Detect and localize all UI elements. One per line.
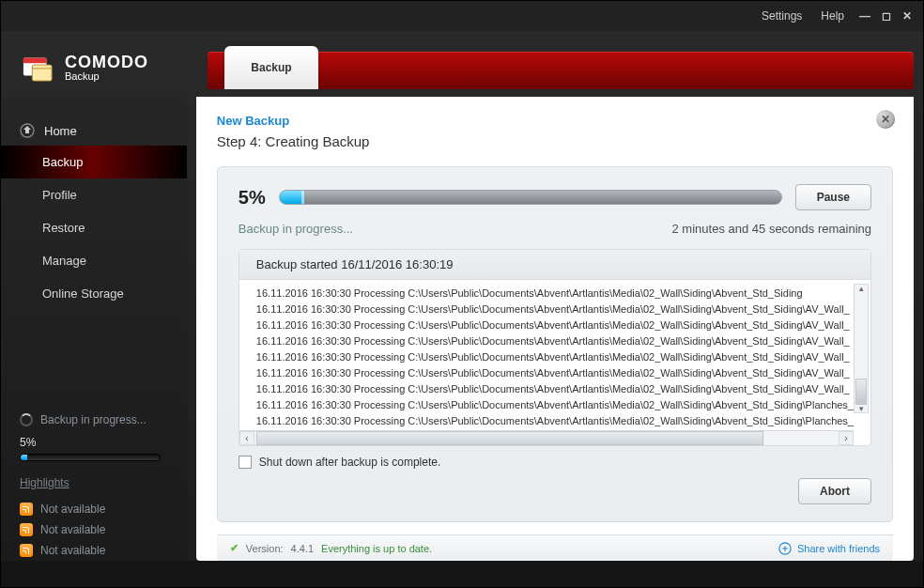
- nav-backup[interactable]: Backup: [1, 146, 187, 178]
- scroll-up-icon[interactable]: ▴: [855, 285, 868, 292]
- home-icon: [20, 123, 35, 138]
- highlight-item[interactable]: Not available: [20, 540, 168, 561]
- progress-bar: [279, 190, 782, 205]
- version-label: Version:: [246, 543, 284, 554]
- scroll-left-icon[interactable]: ‹: [239, 431, 254, 445]
- scroll-down-icon[interactable]: ▾: [855, 405, 868, 412]
- log-line: 16.11.2016 16:30:30 Processing C:\Users\…: [256, 413, 854, 429]
- nav-online-storage[interactable]: Online Storage: [1, 277, 187, 310]
- share-icon: [778, 542, 792, 555]
- log-header: Backup started 16/11/2016 16:30:19: [239, 250, 870, 280]
- logo-area: COMODO Backup: [1, 31, 198, 97]
- highlight-item[interactable]: Not available: [20, 519, 168, 540]
- maximize-button[interactable]: ◻: [878, 9, 895, 23]
- log-vertical-scrollbar[interactable]: ▴ ▾: [854, 284, 869, 413]
- progress-percent: 5%: [239, 187, 266, 209]
- tab-backup[interactable]: Backup: [224, 46, 318, 89]
- highlights-heading: Highlights: [1, 476, 187, 489]
- scroll-right-icon[interactable]: ›: [839, 431, 854, 445]
- mini-progress-bar: [20, 454, 161, 461]
- nav-profile[interactable]: Profile: [1, 178, 187, 211]
- nav-home[interactable]: Home: [1, 116, 187, 146]
- highlight-label: Not available: [40, 503, 105, 516]
- update-status: Everything is up to date.: [321, 543, 432, 554]
- page-close-button[interactable]: ✕: [876, 110, 895, 129]
- progress-fill: [280, 191, 305, 204]
- log-line: 16.11.2016 16:30:30 Processing C:\Users\…: [256, 286, 854, 302]
- svg-rect-2: [32, 65, 52, 81]
- body: Home Backup Profile Restore Manage Onlin…: [1, 97, 923, 561]
- progress-panel: 5% Pause Backup in progress... 2 minutes…: [217, 166, 893, 522]
- version-value: 4.4.1: [291, 543, 314, 554]
- shutdown-row: Shut down after backup is complete.: [239, 456, 871, 469]
- share-label: Share with friends: [797, 543, 880, 554]
- mini-progress-label: Backup in progress...: [40, 413, 146, 426]
- highlights-list: Not available Not available Not availabl…: [1, 499, 187, 561]
- highlight-label: Not available: [40, 544, 105, 557]
- scroll-thumb[interactable]: [855, 379, 867, 405]
- sidebar: Home Backup Profile Restore Manage Onlin…: [1, 97, 187, 561]
- shutdown-label: Shut down after backup is complete.: [259, 456, 440, 469]
- main-page: ✕ New Backup Step 4: Creating Backup 5% …: [196, 97, 914, 561]
- highlight-item[interactable]: Not available: [20, 499, 168, 519]
- page-step: Step 4: Creating Backup: [217, 133, 893, 149]
- pause-button[interactable]: Pause: [795, 184, 871, 210]
- abort-button[interactable]: Abort: [798, 478, 871, 504]
- rss-icon: [20, 544, 33, 557]
- header: COMODO Backup Backup: [1, 31, 923, 97]
- log-line: 16.11.2016 16:30:30 Processing C:\Users\…: [256, 365, 854, 381]
- svg-rect-1: [23, 58, 47, 64]
- log-line: 16.11.2016 16:30:30 Processing C:\Users\…: [256, 302, 854, 317]
- rss-icon: [20, 503, 33, 516]
- progress-eta: 2 minutes and 45 seconds remaining: [672, 222, 871, 236]
- tab-area: Backup: [198, 31, 923, 97]
- page-heading: New Backup: [217, 114, 893, 128]
- highlight-label: Not available: [40, 523, 105, 536]
- log-line: 16.11.2016 16:30:30 Processing C:\Users\…: [256, 381, 854, 397]
- logo-text: COMODO Backup: [65, 53, 148, 82]
- brand-name: COMODO: [65, 53, 148, 72]
- nav-restore[interactable]: Restore: [1, 211, 187, 244]
- close-button[interactable]: ✕: [899, 9, 916, 23]
- progress-status: Backup in progress...: [239, 222, 353, 236]
- log-line: 16.11.2016 16:30:30 Processing C:\Users\…: [256, 333, 854, 349]
- title-bar: Settings Help — ◻ ✕: [1, 1, 923, 31]
- nav-manage[interactable]: Manage: [1, 244, 187, 277]
- minimize-button[interactable]: —: [855, 9, 874, 23]
- check-icon: ✔: [230, 542, 239, 554]
- spinner-icon: [20, 413, 33, 426]
- logo-icon: [20, 51, 55, 83]
- rss-icon: [20, 523, 33, 536]
- menu-help[interactable]: Help: [813, 6, 852, 26]
- log-line: 16.11.2016 16:30:30 Processing C:\Users\…: [256, 317, 854, 333]
- log-line: 16.11.2016 16:30:30 Processing C:\Users\…: [256, 397, 854, 413]
- log-horizontal-scrollbar[interactable]: ‹ ›: [239, 430, 854, 445]
- log-body: 16.11.2016 16:30:30 Processing C:\Users\…: [239, 280, 870, 430]
- content-footer: ✔ Version: 4.4.1 Everything is up to dat…: [217, 534, 893, 561]
- log-line: 16.11.2016 16:30:30 Processing C:\Users\…: [256, 349, 854, 365]
- app-window: Settings Help — ◻ ✕ COMODO Backup Backup: [0, 0, 924, 588]
- nav-home-label: Home: [44, 124, 77, 138]
- share-link[interactable]: Share with friends: [778, 542, 880, 555]
- mini-progress: Backup in progress... 5%: [1, 413, 187, 463]
- scroll-thumb[interactable]: [256, 431, 763, 445]
- menu-settings[interactable]: Settings: [754, 6, 809, 26]
- shutdown-checkbox[interactable]: [239, 456, 252, 469]
- mini-progress-percent: 5%: [20, 436, 36, 449]
- mini-progress-fill: [21, 455, 27, 460]
- log-box: Backup started 16/11/2016 16:30:19 16.11…: [239, 249, 871, 446]
